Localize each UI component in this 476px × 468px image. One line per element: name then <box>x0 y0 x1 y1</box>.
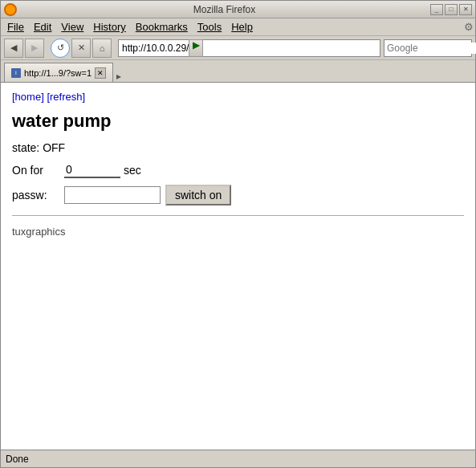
minimize-button[interactable]: _ <box>430 4 443 15</box>
password-input[interactable] <box>64 186 161 204</box>
on-for-input[interactable] <box>64 162 120 178</box>
stop-button[interactable]: ✕ <box>71 39 91 58</box>
on-for-unit: sec <box>124 164 141 177</box>
refresh-link[interactable]: [refresh] <box>47 91 85 103</box>
search-input[interactable] <box>384 43 476 54</box>
url-text: http://10.0.0.29/ <box>122 43 189 54</box>
menu-file[interactable]: File <box>2 19 29 35</box>
footer-text: tuxgraphics <box>12 226 464 238</box>
search-bar: 🔍 <box>384 39 472 57</box>
on-for-row: On for sec <box>12 162 464 178</box>
titlebar: Mozilla Firefox _ □ ✕ <box>1 1 475 18</box>
forward-button[interactable]: ▶ <box>25 39 44 58</box>
page-title: water pump <box>12 111 464 132</box>
home-button[interactable]: ⌂ <box>92 39 112 58</box>
passw-label: passw: <box>12 189 64 201</box>
toolbar: ◀ ▶ ↺ ✕ ⌂ http://10.0.0.29/ ▶ 🔍 <box>1 36 475 60</box>
content-wrapper: [home] [refresh] water pump state: OFF O… <box>1 83 475 450</box>
browser-tab[interactable]: i http://1...9/?sw=1 ✕ <box>4 63 113 82</box>
menu-bookmarks[interactable]: Bookmarks <box>131 19 193 35</box>
go-button[interactable]: ▶ <box>189 39 203 57</box>
home-link[interactable]: [home] <box>12 91 44 103</box>
nav-links: [home] [refresh] <box>12 91 464 103</box>
menu-tools[interactable]: Tools <box>193 19 226 35</box>
state-line: state: OFF <box>12 141 464 154</box>
tabbar: i http://1...9/?sw=1 ✕ ▸ <box>1 60 475 83</box>
window-controls: _ □ ✕ <box>430 4 472 15</box>
tab-favicon: i <box>11 68 21 78</box>
toolbar-options-icon[interactable]: ⚙ <box>464 21 474 33</box>
switch-on-button[interactable]: switch on <box>165 185 231 206</box>
tab-label: http://1...9/?sw=1 <box>24 68 92 78</box>
divider <box>12 215 464 216</box>
browser-content: [home] [refresh] water pump state: OFF O… <box>1 83 475 450</box>
url-bar[interactable]: http://10.0.0.29/ ▶ <box>118 39 380 57</box>
close-button[interactable]: ✕ <box>459 4 472 15</box>
passw-row: passw: switch on <box>12 185 464 206</box>
browser-window: Mozilla Firefox _ □ ✕ File Edit View His… <box>0 0 476 468</box>
window-title: Mozilla Firefox <box>18 4 430 15</box>
on-for-label: On for <box>12 164 64 177</box>
browser-icon <box>4 3 17 16</box>
new-tab-icon[interactable]: ▸ <box>116 71 121 82</box>
menu-help[interactable]: Help <box>226 19 258 35</box>
tab-close-button[interactable]: ✕ <box>95 67 106 79</box>
back-button[interactable]: ◀ <box>4 39 23 58</box>
menu-view[interactable]: View <box>56 19 88 35</box>
state-value: OFF <box>43 141 65 154</box>
reload-button[interactable]: ↺ <box>51 39 70 58</box>
menu-edit[interactable]: Edit <box>29 19 56 35</box>
menu-history[interactable]: History <box>88 19 130 35</box>
statusbar: Done <box>1 450 475 467</box>
menubar: File Edit View History Bookmarks Tools H… <box>1 18 475 36</box>
status-text: Done <box>6 454 29 465</box>
state-label: state: <box>12 141 39 154</box>
maximize-button[interactable]: □ <box>445 4 458 15</box>
